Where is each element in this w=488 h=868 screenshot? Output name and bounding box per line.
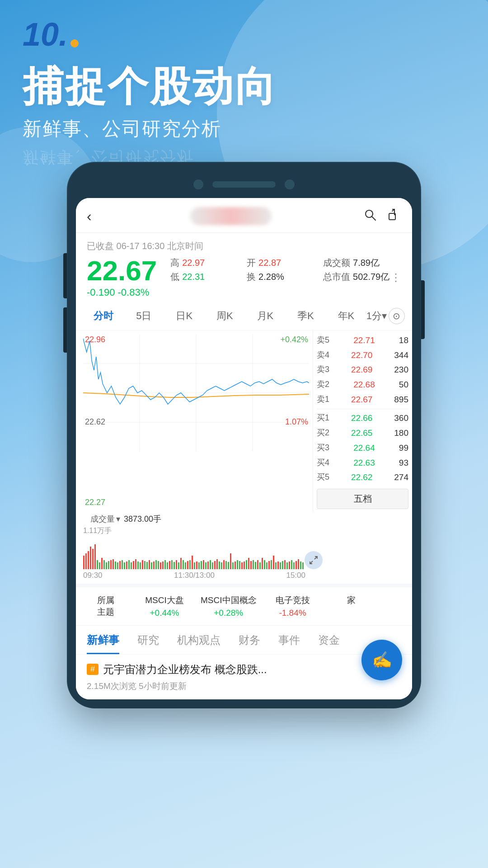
theme-suoshu[interactable]: 所属主题 bbox=[83, 594, 128, 618]
svg-rect-19 bbox=[101, 558, 103, 569]
svg-line-110 bbox=[310, 561, 313, 564]
theme-esports[interactable]: 电子竞技 -1.84% bbox=[270, 594, 315, 618]
five-tier-button[interactable]: 五档 bbox=[317, 489, 408, 509]
svg-rect-62 bbox=[198, 562, 200, 569]
svg-rect-103 bbox=[291, 560, 292, 569]
svg-rect-107 bbox=[300, 561, 301, 569]
header-area: 10. 捕捉个股动向 新鲜事、公司研究分析 新鲜事、公司研究分析 bbox=[0, 0, 488, 168]
svg-rect-83 bbox=[246, 560, 247, 569]
tab-1min[interactable]: 1分▾ bbox=[366, 309, 387, 323]
svg-rect-85 bbox=[250, 561, 252, 569]
price-chart: 22.96 +0.42% 22.62 1.07% 22.27 bbox=[76, 330, 313, 512]
back-button[interactable]: ‹ bbox=[87, 208, 92, 225]
mktcap-value: 502.79亿 bbox=[353, 271, 389, 283]
tab-5ri[interactable]: 5日 bbox=[124, 307, 164, 325]
svg-rect-77 bbox=[232, 562, 234, 569]
app-bar-icons bbox=[363, 208, 401, 225]
time-axis: 09:30 11:30/13:00 15:00 bbox=[76, 569, 313, 584]
tab-shijian[interactable]: 事件 bbox=[278, 633, 300, 654]
svg-rect-16 bbox=[94, 544, 96, 569]
svg-rect-69 bbox=[214, 561, 216, 569]
svg-rect-93 bbox=[268, 561, 270, 569]
price-section: 22.67 -0.190 -0.83% 高 22.97 开 22.87 bbox=[87, 257, 401, 298]
high-detail: 高 22.97 bbox=[170, 257, 238, 269]
news-tabs: 新鲜事 研究 机构观点 财务 事件 资金 bbox=[76, 625, 412, 654]
tab-fenshi[interactable]: 分时 bbox=[83, 307, 124, 325]
share-button[interactable] bbox=[388, 208, 401, 225]
tab-niank[interactable]: 年K bbox=[326, 307, 366, 325]
svg-rect-61 bbox=[196, 561, 197, 569]
turnover-value: 2.28% bbox=[258, 272, 284, 282]
tab-jigou[interactable]: 机构观点 bbox=[177, 633, 221, 654]
themes-strip: 所属主题 MSCI大盘 +0.44% MSCI中国概念 +0.28% 电子竞技 … bbox=[76, 584, 412, 625]
fab-write-button[interactable]: ✍ bbox=[361, 640, 402, 680]
svg-rect-91 bbox=[264, 560, 265, 569]
news-tag-row: # 元宇宙潜力企业榜发布 概念股跌... bbox=[87, 662, 401, 677]
tab-xinxianshi[interactable]: 新鲜事 bbox=[87, 633, 119, 654]
svg-rect-39 bbox=[146, 562, 148, 569]
tab-zijin[interactable]: 资金 bbox=[318, 633, 340, 654]
svg-rect-65 bbox=[205, 562, 206, 569]
svg-rect-72 bbox=[221, 562, 222, 569]
chart-scope-button[interactable]: ⊙ bbox=[389, 308, 405, 324]
time-mid: 11:30/13:00 bbox=[174, 571, 215, 580]
svg-rect-27 bbox=[119, 561, 121, 569]
more-options-button[interactable]: ⋮ bbox=[390, 271, 401, 284]
svg-rect-26 bbox=[117, 562, 118, 569]
low-value: 22.31 bbox=[182, 272, 205, 282]
search-button[interactable] bbox=[363, 208, 377, 225]
theme-msci-china[interactable]: MSCI中国概念 +0.28% bbox=[201, 594, 257, 618]
ob-sell-1: 卖1 22.67 895 bbox=[317, 392, 408, 407]
open-label: 开 bbox=[247, 257, 256, 269]
svg-rect-34 bbox=[135, 559, 136, 569]
svg-rect-48 bbox=[167, 562, 168, 569]
svg-rect-92 bbox=[266, 562, 267, 569]
svg-rect-71 bbox=[219, 561, 220, 569]
chart-expand-button[interactable] bbox=[305, 551, 323, 569]
theme-msci-dapan[interactable]: MSCI大盘 +0.44% bbox=[142, 594, 187, 618]
high-label: 高 bbox=[170, 257, 179, 269]
svg-rect-37 bbox=[142, 560, 143, 569]
open-value: 22.87 bbox=[258, 258, 281, 268]
svg-rect-12 bbox=[85, 553, 87, 569]
tab-rik[interactable]: 日K bbox=[164, 307, 205, 325]
chart-mid-pct: 1.07% bbox=[285, 417, 308, 427]
sub-title: 新鲜事、公司研究分析 bbox=[23, 116, 465, 142]
svg-rect-17 bbox=[97, 560, 98, 569]
svg-rect-95 bbox=[273, 556, 274, 569]
svg-rect-31 bbox=[128, 560, 130, 569]
svg-rect-89 bbox=[259, 562, 261, 569]
svg-rect-13 bbox=[88, 551, 89, 569]
tab-jik[interactable]: 季K bbox=[286, 307, 326, 325]
main-price-col: 22.67 -0.190 -0.83% bbox=[87, 257, 157, 298]
news-tag: # bbox=[87, 664, 99, 675]
svg-rect-104 bbox=[293, 562, 295, 569]
svg-rect-58 bbox=[189, 560, 191, 569]
chart-top-pct: +0.42% bbox=[280, 335, 308, 344]
app-bar-title-area bbox=[99, 207, 363, 225]
svg-rect-35 bbox=[137, 561, 139, 569]
tab-caiwu[interactable]: 财务 bbox=[239, 633, 260, 654]
svg-rect-33 bbox=[133, 561, 134, 569]
svg-rect-23 bbox=[110, 560, 112, 569]
svg-rect-57 bbox=[187, 561, 188, 569]
theme-more[interactable]: 家 bbox=[329, 594, 374, 618]
svg-rect-29 bbox=[124, 562, 125, 569]
svg-rect-81 bbox=[241, 562, 243, 569]
volume-value: 3873.00手 bbox=[124, 514, 161, 524]
main-title: 捕捉个股动向 bbox=[23, 64, 465, 109]
news-title: 元宇宙潜力企业榜发布 概念股跌... bbox=[103, 662, 267, 677]
svg-rect-22 bbox=[108, 561, 109, 569]
logo-dot bbox=[70, 39, 79, 47]
volume-sub-value: 1.11万手 bbox=[83, 526, 305, 536]
svg-rect-94 bbox=[271, 560, 272, 569]
volume-dropdown[interactable]: 成交量▾ bbox=[90, 514, 120, 524]
tab-yuek[interactable]: 月K bbox=[245, 307, 286, 325]
tab-zhouk[interactable]: 周K bbox=[205, 307, 245, 325]
svg-rect-63 bbox=[201, 561, 202, 569]
amount-label: 成交额 bbox=[323, 257, 350, 269]
market-status: 已收盘 06-17 16:30 北京时间 bbox=[87, 240, 401, 252]
svg-rect-14 bbox=[90, 547, 91, 569]
tab-yanjiu[interactable]: 研究 bbox=[137, 633, 159, 654]
svg-rect-86 bbox=[253, 560, 254, 569]
